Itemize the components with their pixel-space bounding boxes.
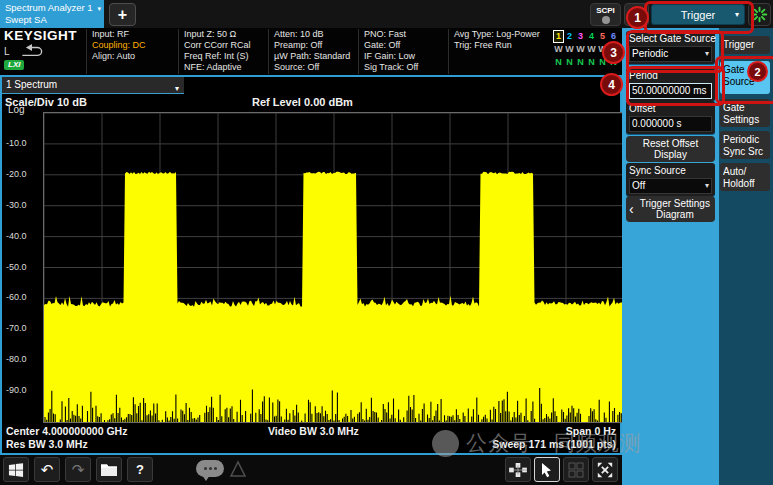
- offset-group: Offset 0.000000 s: [626, 101, 715, 134]
- select-gate-source-label: Select Gate Source: [629, 33, 712, 45]
- touch-cursor-icon: [540, 462, 554, 478]
- chevron-down-icon: ▾: [705, 179, 709, 193]
- status-field: PNO: Fast: [364, 29, 447, 40]
- sync-source-label: Sync Source: [629, 165, 712, 177]
- trace-1-num[interactable]: 1: [553, 30, 564, 43]
- trace-4-norm[interactable]: N: [586, 56, 597, 69]
- file-explorer-button[interactable]: [96, 457, 122, 482]
- callout-number-4: 4: [600, 73, 623, 96]
- add-tab-button[interactable]: +: [109, 3, 136, 26]
- trigger-menu-dropdown[interactable]: Trigger ▾: [651, 4, 745, 25]
- period-label: Period: [629, 70, 712, 82]
- trace-2-num[interactable]: 2: [564, 30, 575, 43]
- redo-button[interactable]: ↷: [65, 457, 91, 482]
- window-layout-button[interactable]: [563, 457, 589, 482]
- sweep-annotation[interactable]: Sweep 171 ms (1001 pts): [492, 438, 616, 450]
- undo-button[interactable]: ↶: [34, 457, 60, 482]
- ref-level-label[interactable]: Ref Level 0.00 dBm: [252, 96, 353, 108]
- trigger-settings-diagram-button[interactable]: ‹ Trigger Settings Diagram: [626, 196, 715, 222]
- y-axis-label: -10.0: [6, 138, 27, 148]
- trace-1-norm[interactable]: N: [553, 56, 564, 69]
- block-diagram-icon: [509, 463, 527, 477]
- windows-start-button[interactable]: [3, 457, 29, 482]
- status-field: Avg Type: Log-Power: [454, 29, 551, 40]
- y-axis-label: -80.0: [6, 354, 27, 364]
- sync-source-value: Off: [632, 179, 645, 193]
- status-bar: KEYSIGHT L LXI Input: RF Coupling: DC Al…: [0, 28, 622, 75]
- callout-number-2: 2: [747, 61, 768, 82]
- top-bar: Spectrum Analyzer 1 Swept SA ▾ + SCPI Tr…: [0, 0, 773, 28]
- trace-4-det[interactable]: W: [586, 43, 597, 56]
- continuous-sweep-button[interactable]: [748, 3, 771, 26]
- y-axis-label: -50.0: [6, 262, 27, 272]
- window-selector-label: 1 Spectrum: [6, 79, 57, 90]
- measurement-display: 1 Spectrum ▾ Scale/Div 10 dB Ref Level 0…: [0, 75, 622, 455]
- lxi-badge: LXI: [4, 60, 24, 70]
- sweep-spinner-icon: [751, 6, 768, 23]
- trace-3-num[interactable]: 3: [575, 30, 586, 43]
- tab-periodic-sync-src[interactable]: Periodic Sync Src: [720, 131, 770, 159]
- window-layout-icon: [568, 462, 584, 478]
- status-field: µW Path: Standard: [274, 51, 357, 62]
- chevron-down-icon: ▾: [705, 47, 709, 61]
- trace-4-num[interactable]: 4: [586, 30, 597, 43]
- status-col-input: Input: RF Coupling: DC Align: Auto: [86, 29, 177, 74]
- status-field: Source: Off: [274, 62, 357, 73]
- message-bubble-icon[interactable]: [196, 460, 224, 477]
- sync-source-group: Sync Source Off ▾: [626, 163, 715, 196]
- trigger-menu-panel: Select Gate Source Periodic ▾ Period 50.…: [622, 28, 773, 485]
- touch-cursor-button[interactable]: [534, 457, 560, 482]
- block-diagram-button[interactable]: [505, 457, 531, 482]
- status-field: Input: RF: [92, 29, 177, 40]
- video-bw-annotation[interactable]: Video BW 3.0 MHz: [268, 425, 359, 437]
- offset-field[interactable]: 0.000000 s: [629, 116, 712, 132]
- center-frequency-annotation[interactable]: Center 4.000000000 GHz: [6, 425, 127, 437]
- span-annotation[interactable]: Span 0 Hz: [566, 425, 616, 437]
- trace-2-det[interactable]: W: [564, 43, 575, 56]
- scpi-led-icon: [602, 16, 610, 24]
- undo-icon: ↶: [41, 461, 54, 479]
- status-col-cal: Input Z: 50 Ω Corr CCorr RCal Freq Ref: …: [178, 29, 267, 74]
- gate-source-value: Periodic: [632, 47, 668, 61]
- gate-source-dropdown[interactable]: Periodic ▾: [629, 46, 712, 62]
- folder-icon: [101, 463, 117, 476]
- message-bubble-tail: [202, 475, 210, 481]
- chevron-down-icon: ▾: [97, 5, 101, 13]
- brand-block: KEYSIGHT L LXI: [0, 29, 84, 74]
- tab-gate-settings[interactable]: Gate Settings: [720, 99, 770, 127]
- mode-tab[interactable]: Spectrum Analyzer 1 Swept SA ▾: [0, 0, 104, 28]
- trace-1-det[interactable]: W: [553, 43, 564, 56]
- offset-label: Offset: [629, 103, 712, 115]
- tab-trigger[interactable]: Trigger: [720, 36, 770, 54]
- status-field: Preamp: Off: [274, 40, 357, 51]
- res-bw-annotation[interactable]: Res BW 3.0 MHz: [6, 438, 88, 450]
- fullscreen-arrows-icon: [596, 461, 614, 479]
- trace-2-norm[interactable]: N: [564, 56, 575, 69]
- fullscreen-button[interactable]: [592, 457, 618, 482]
- status-field: Freq Ref: Int (S): [184, 51, 267, 62]
- trace-3-det[interactable]: W: [575, 43, 586, 56]
- scpi-indicator-button[interactable]: SCPI: [590, 3, 621, 26]
- y-axis-label: -90.0: [6, 385, 27, 395]
- sync-source-dropdown[interactable]: Off ▾: [629, 178, 712, 194]
- help-button[interactable]: ?: [127, 457, 153, 482]
- status-col-trig: Avg Type: Log-Power Trig: Free Run: [448, 29, 551, 74]
- trace-3-norm[interactable]: N: [575, 56, 586, 69]
- status-col-gate: PNO: Fast Gate: Off IF Gain: Low Sig Tra…: [358, 29, 447, 74]
- help-icon: ?: [136, 462, 144, 477]
- status-field: Gate: Off: [364, 40, 447, 51]
- period-field[interactable]: 50.00000000 ms: [629, 83, 712, 99]
- status-field: IF Gain: Low: [364, 51, 447, 62]
- status-col-rf: Atten: 10 dB Preamp: Off µW Path: Standa…: [268, 29, 357, 74]
- tab-auto-holdoff[interactable]: Auto/​Holdoff: [720, 163, 770, 191]
- local-remote-indicator: L: [4, 46, 10, 57]
- callout-number-1: 1: [626, 6, 649, 29]
- redo-icon: ↷: [72, 461, 85, 479]
- callout-number-3: 3: [602, 41, 625, 64]
- reset-offset-display-button[interactable]: Reset Offset Display: [626, 136, 715, 162]
- y-axis-label: -40.0: [6, 231, 27, 241]
- window-selector-dropdown[interactable]: 1 Spectrum ▾: [2, 77, 184, 94]
- alert-triangle-icon: [228, 459, 248, 482]
- trace-5-num[interactable]: 5: [597, 30, 608, 43]
- offset-value: 0.000000 s: [632, 117, 682, 131]
